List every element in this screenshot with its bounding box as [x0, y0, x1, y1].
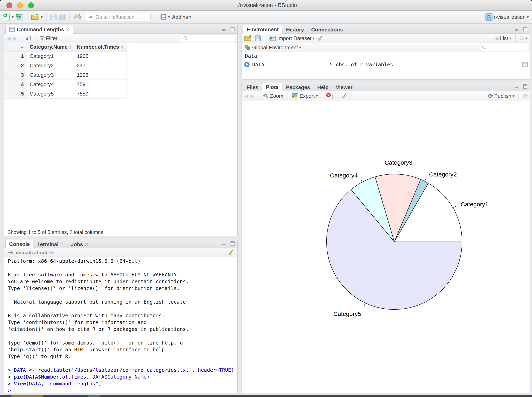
- refresh-plot-icon[interactable]: ⟳: [523, 93, 528, 99]
- table-cell[interactable]: 4: [4, 80, 27, 89]
- tab-command-lengths[interactable]: Command Lengths ×: [6, 25, 73, 34]
- environment-object-row[interactable]: DATA 5 obs. of 2 variables: [242, 60, 530, 69]
- working-directory-row[interactable]: ~/r-visualization/ ↪: [4, 248, 237, 257]
- tab-packages[interactable]: Packages: [282, 84, 314, 91]
- new-project-button[interactable]: R: [16, 13, 24, 21]
- table-cell[interactable]: 2: [4, 61, 27, 70]
- table-cell[interactable]: Category5: [27, 89, 74, 99]
- addins-button[interactable]: Addins ▾: [172, 14, 191, 20]
- minimize-pane-icon[interactable]: [515, 84, 520, 89]
- tab-terminal[interactable]: Terminal ×: [34, 241, 67, 248]
- column-header-category-name[interactable]: Category.Name ▲▼: [27, 43, 74, 51]
- minimize-pane-icon[interactable]: [222, 27, 227, 31]
- tab-environment[interactable]: Environment: [243, 25, 282, 34]
- pie-label: Category3: [385, 159, 412, 166]
- previous-plot-icon[interactable]: ◀: [244, 93, 248, 99]
- tab-label: History: [286, 27, 304, 33]
- table-cell[interactable]: 237: [74, 61, 127, 70]
- tab-label: Packages: [286, 84, 310, 91]
- table-cell[interactable]: 759: [74, 80, 127, 89]
- table-row[interactable]: 5Category57559: [4, 89, 127, 99]
- remove-plot-button[interactable]: [326, 93, 333, 99]
- table-cell[interactable]: 1: [4, 51, 27, 61]
- minimize-pane-icon[interactable]: [222, 241, 227, 246]
- new-project-icon: R: [16, 13, 24, 21]
- titlebar: ~/r-visualization - RStudio: [0, 0, 532, 11]
- column-header-number-of-times[interactable]: Number.of.Times ▲▼: [74, 43, 127, 51]
- expand-play-icon[interactable]: [244, 62, 250, 67]
- save-button[interactable]: [50, 14, 57, 20]
- table-row[interactable]: 1Category11965: [4, 51, 127, 61]
- table-cell[interactable]: Category4: [27, 80, 74, 89]
- console-prompt[interactable]: >: [8, 387, 237, 393]
- list-label: List: [500, 35, 508, 42]
- refresh-button[interactable]: ⟳ ▾: [519, 35, 528, 42]
- filter-button[interactable]: Filter: [39, 35, 57, 42]
- tab-console[interactable]: Console: [6, 240, 34, 248]
- tab-files[interactable]: Files: [243, 84, 262, 91]
- table-search-input[interactable]: [190, 35, 228, 41]
- import-dataset-icon: [269, 35, 276, 41]
- console-output[interactable]: Platform: x86_64-apple-darwin15.6.0 (64-…: [4, 257, 237, 393]
- maximize-pane-icon[interactable]: [230, 27, 235, 31]
- save-icon[interactable]: [254, 35, 261, 42]
- import-dataset-button[interactable]: Import Dataset ▾: [269, 35, 315, 42]
- open-folder-icon[interactable]: [244, 35, 252, 42]
- broom-icon[interactable]: [317, 35, 323, 41]
- pie-chart: Category1Category2Category3Category4Cate…: [242, 100, 530, 391]
- tab-plots[interactable]: Plots: [262, 83, 282, 91]
- close-icon[interactable]: ×: [66, 26, 69, 33]
- console-pane: Console Terminal × Jobs × ~/r-visualizat…: [4, 239, 238, 393]
- tab-connections[interactable]: Connections: [308, 26, 346, 33]
- table-cell[interactable]: Category1: [27, 51, 74, 61]
- back-icon[interactable]: ◀: [7, 35, 11, 42]
- zoom-plot-button[interactable]: Zoom: [263, 93, 283, 99]
- table-cell[interactable]: 3: [4, 70, 27, 80]
- export-plot-button[interactable]: Export ▾: [291, 93, 318, 99]
- broom-icon[interactable]: [341, 93, 347, 99]
- table-cell[interactable]: 1965: [74, 51, 127, 61]
- table-cell[interactable]: Category3: [27, 70, 74, 80]
- environment-pane: Environment History Connections: [241, 24, 530, 80]
- maximize-pane-icon[interactable]: [523, 84, 528, 89]
- table-row[interactable]: 4Category4759: [4, 80, 127, 89]
- table-cell[interactable]: 1293: [74, 70, 127, 80]
- publish-button[interactable]: ⟳ Publish ▾: [488, 93, 514, 99]
- environment-scope-button[interactable]: Global Environment ▾: [252, 44, 301, 51]
- console-line: Natural language support but running in …: [8, 299, 237, 305]
- tab-label: Files: [247, 84, 258, 91]
- next-plot-icon[interactable]: ▶: [251, 93, 254, 99]
- table-row[interactable]: 3Category31293: [4, 70, 127, 80]
- table-cell[interactable]: 7559: [74, 89, 127, 99]
- close-icon[interactable]: ×: [85, 241, 88, 248]
- tab-jobs[interactable]: Jobs ×: [67, 241, 92, 248]
- open-file-button[interactable]: ▾: [31, 14, 43, 20]
- row-number-header[interactable]: ▲: [4, 43, 27, 51]
- project-menu-button[interactable]: R r-visualization ▾: [485, 13, 529, 21]
- environment-search-box[interactable]: [480, 44, 528, 51]
- view-table-icon[interactable]: [522, 62, 528, 67]
- minimize-pane-icon[interactable]: [515, 27, 520, 31]
- workspace-panes-button[interactable]: ▾: [160, 14, 170, 20]
- tab-history[interactable]: History: [282, 26, 308, 33]
- tab-help[interactable]: Help: [314, 84, 332, 91]
- table-search-box[interactable]: [181, 34, 235, 42]
- table-cell[interactable]: 5: [4, 89, 27, 99]
- forward-icon[interactable]: ▶: [13, 35, 17, 42]
- new-file-button[interactable]: ▾: [3, 13, 14, 21]
- goto-file-input[interactable]: [95, 14, 142, 20]
- print-button[interactable]: [73, 13, 81, 21]
- tab-viewer[interactable]: Viewer: [332, 84, 356, 91]
- list-view-button[interactable]: ≡ List ▾: [495, 35, 511, 42]
- broom-icon[interactable]: [228, 250, 234, 256]
- environment-search-input[interactable]: [488, 44, 521, 50]
- table-cell[interactable]: Category2: [27, 61, 74, 70]
- table-row[interactable]: 2Category2237: [4, 61, 127, 70]
- goto-file-box[interactable]: [85, 13, 151, 21]
- maximize-pane-icon[interactable]: [523, 27, 528, 31]
- close-icon[interactable]: ×: [61, 241, 63, 248]
- popout-icon[interactable]: [25, 35, 31, 41]
- maximize-pane-icon[interactable]: [230, 241, 235, 246]
- chevron-down-icon: ▾: [189, 15, 191, 19]
- save-all-button[interactable]: [59, 14, 66, 20]
